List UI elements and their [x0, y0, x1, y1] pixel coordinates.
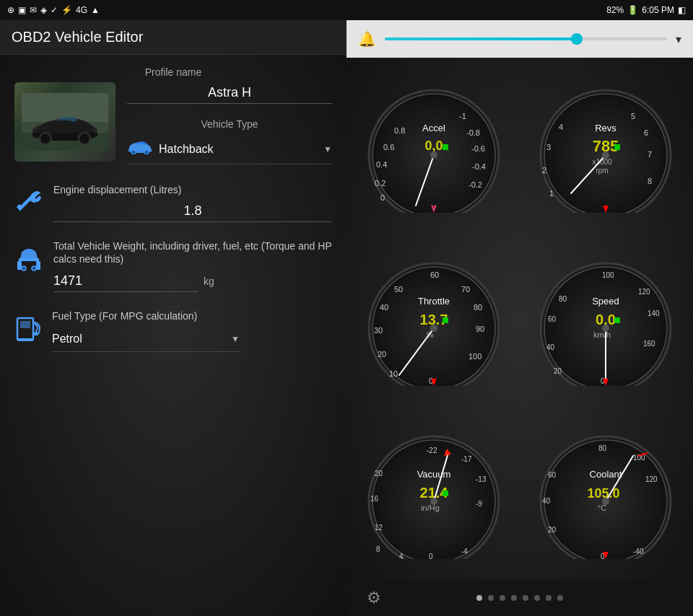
- svg-text:20: 20: [548, 526, 557, 534]
- vehicle-type-dropdown-arrow[interactable]: ▼: [323, 144, 332, 154]
- vacuum-gauge-container: Vacuum 21.4 in/Hg -22 -17 20 -13 16 -9 1…: [349, 407, 518, 577]
- svg-rect-9: [19, 258, 39, 261]
- speed-gauge: Speed 0,0 km/h 80 100 120 60 140 40 160 …: [526, 252, 685, 386]
- fuel-label: Fuel Type (For MPG calculation): [52, 309, 332, 322]
- weight-label: Total Vehicle Weight, including driver, …: [53, 239, 332, 265]
- engine-label: Engine displacement (Litres): [53, 183, 332, 196]
- svg-text:-13: -13: [476, 475, 487, 483]
- page-dot-3[interactable]: [500, 595, 505, 601]
- right-panel: 🔔 ▾: [346, 20, 693, 616]
- svg-text:Vacuum: Vacuum: [417, 469, 451, 480]
- battery-icon: 🔋: [627, 5, 638, 15]
- svg-rect-59: [443, 317, 448, 323]
- page-dot-7[interactable]: [546, 595, 552, 601]
- svg-rect-97: [443, 490, 448, 496]
- profile-with-image: Vehicle Type: [14, 82, 332, 164]
- main-content: OBD2 Vehicle Editor Profile name: [0, 20, 693, 616]
- svg-text:160: 160: [643, 340, 655, 348]
- slider-thumb: [571, 33, 583, 45]
- svg-text:0.4: 0.4: [376, 160, 387, 169]
- page-dot-5[interactable]: [523, 595, 528, 601]
- svg-text:0.2: 0.2: [375, 179, 385, 188]
- svg-text:60: 60: [548, 315, 557, 323]
- svg-text:-0.4: -0.4: [472, 162, 486, 171]
- svg-point-12: [22, 266, 26, 270]
- throttle-gauge: Throttle 13.7 % 50 60 70 40 80 30 90 20 …: [354, 252, 513, 386]
- svg-text:-22: -22: [427, 446, 437, 454]
- svg-text:7: 7: [648, 150, 652, 159]
- gauges-grid: Accel 0,0 0.8 -1 0.6 -0.8 0.4 -0.6 0.2 -…: [346, 58, 693, 580]
- svg-rect-16: [34, 333, 38, 335]
- svg-point-7: [144, 150, 149, 154]
- car-type-svg: [127, 140, 153, 154]
- svg-point-4: [40, 133, 51, 144]
- expand-icon[interactable]: ▾: [676, 32, 681, 46]
- revs-gauge-container: Revs 785 x1000 rpm 4 5 3 6 2 7 1 8: [521, 61, 690, 231]
- fuel-dropdown-row[interactable]: Petrol ▼: [52, 327, 240, 352]
- signal-icon: ▲: [91, 5, 100, 15]
- bluetooth-icon: ⚡: [61, 5, 72, 15]
- app-icon: ⊕: [7, 5, 14, 15]
- vehicle-image[interactable]: [14, 82, 116, 162]
- svg-text:-4: -4: [461, 547, 468, 555]
- settings-button[interactable]: ⚙: [361, 585, 387, 611]
- svg-text:10: 10: [389, 369, 398, 378]
- svg-text:120: 120: [638, 288, 650, 296]
- slider-track: [385, 38, 583, 40]
- revs-gauge: Revs 785 x1000 rpm 4 5 3 6 2 7 1 8: [526, 79, 685, 213]
- svg-text:Coolant: Coolant: [590, 469, 622, 480]
- vacuum-gauge: Vacuum 21.4 in/Hg -22 -17 20 -13 16 -9 1…: [354, 426, 513, 559]
- svg-text:100: 100: [602, 271, 614, 279]
- svg-rect-10: [17, 261, 22, 270]
- profile-fields: Vehicle Type: [127, 82, 332, 164]
- svg-text:20: 20: [375, 470, 383, 478]
- fuel-section: Fuel Type (For MPG calculation) Petrol ▼: [14, 305, 332, 352]
- page-dot-8[interactable]: [557, 595, 563, 601]
- weight-section: Total Vehicle Weight, including driver, …: [14, 235, 332, 291]
- accel-gauge: Accel 0,0 0.8 -1 0.6 -0.8 0.4 -0.6 0.2 -…: [354, 79, 513, 213]
- vehicle-image-placeholder: [14, 82, 116, 162]
- status-icons-right: 82% 🔋 6:05 PM ◧: [606, 5, 686, 15]
- mail-icon: ✉: [30, 5, 37, 15]
- weight-unit: kg: [204, 276, 214, 287]
- notification-slider[interactable]: [385, 38, 667, 40]
- weight-input[interactable]: [53, 270, 198, 292]
- vehicle-type-row[interactable]: Hatchback ▼: [127, 134, 332, 164]
- svg-text:60: 60: [430, 270, 439, 279]
- svg-point-129: [602, 498, 609, 505]
- svg-text:30: 30: [374, 326, 383, 335]
- svg-text:8: 8: [648, 177, 652, 185]
- engine-input[interactable]: [53, 201, 332, 222]
- page-dot-6[interactable]: [534, 595, 540, 601]
- app-title: OBD2 Vehicle Editor: [12, 29, 335, 45]
- svg-text:Accel: Accel: [422, 123, 445, 133]
- svg-text:90: 90: [476, 325, 484, 333]
- page-dot-4[interactable]: [511, 595, 517, 601]
- accel-gauge-container: Accel 0,0 0.8 -1 0.6 -0.8 0.4 -0.6 0.2 -…: [349, 61, 518, 231]
- svg-text:-0.6: -0.6: [471, 144, 485, 153]
- image-icon: ▣: [18, 5, 26, 15]
- status-bar: ⊕ ▣ ✉ ◈ ✓ ⚡ 4G ▲ 82% 🔋 6:05 PM ◧: [0, 0, 693, 20]
- page-dot-1[interactable]: [476, 595, 482, 601]
- svg-text:-1: -1: [459, 112, 466, 120]
- profile-name-input[interactable]: [127, 82, 332, 104]
- svg-text:70: 70: [461, 285, 470, 294]
- svg-point-5: [79, 133, 90, 144]
- time-label: 6:05 PM: [642, 5, 674, 15]
- weight-content: Total Vehicle Weight, including driver, …: [53, 239, 332, 291]
- svg-text:in/Hg: in/Hg: [421, 503, 440, 512]
- svg-text:50: 50: [394, 285, 403, 294]
- nav-icon: ◈: [40, 5, 47, 15]
- svg-text:20: 20: [554, 367, 562, 375]
- svg-rect-15: [20, 321, 30, 328]
- bottom-bar: ⚙: [346, 580, 693, 616]
- svg-text:60: 60: [548, 471, 557, 479]
- svg-text:rpm: rpm: [596, 167, 608, 175]
- fuel-dropdown-arrow[interactable]: ▼: [231, 334, 240, 344]
- page-dots: [476, 595, 563, 601]
- page-dot-2[interactable]: [488, 595, 494, 601]
- app-title-bar: OBD2 Vehicle Editor: [0, 20, 346, 55]
- svg-text:4: 4: [399, 553, 404, 559]
- svg-point-74: [430, 325, 437, 332]
- svg-text:80: 80: [559, 295, 567, 303]
